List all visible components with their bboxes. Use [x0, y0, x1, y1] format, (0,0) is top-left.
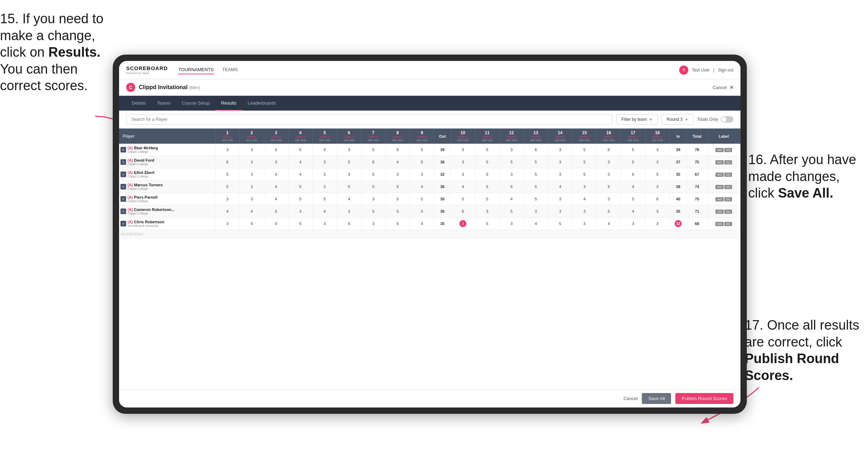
- score-cell[interactable]: 6: [451, 205, 475, 218]
- score-cell[interactable]: 3: [240, 181, 264, 193]
- score-cell[interactable]: 5: [288, 218, 312, 230]
- score-cell[interactable]: 5: [645, 168, 670, 181]
- score-cell[interactable]: 5: [597, 181, 621, 193]
- score-cell[interactable]: 5: [288, 144, 312, 156]
- score-cell[interactable]: 5: [288, 181, 312, 193]
- score-cell[interactable]: 4: [288, 168, 312, 181]
- score-cell[interactable]: 3: [337, 205, 361, 218]
- score-cell[interactable]: 5: [385, 205, 410, 218]
- score-cell[interactable]: 3: [523, 205, 548, 218]
- score-cell[interactable]: 5: [572, 156, 597, 168]
- score-cell[interactable]: 3: [312, 181, 337, 193]
- score-cell[interactable]: 3: [475, 205, 499, 218]
- score-cell[interactable]: 3: [312, 168, 337, 181]
- score-cell[interactable]: 4: [264, 181, 288, 193]
- score-cell[interactable]: 3: [240, 156, 264, 168]
- score-cell[interactable]: 3: [499, 144, 523, 156]
- score-cell[interactable]: 5: [264, 205, 288, 218]
- score-cell[interactable]: 3: [385, 168, 410, 181]
- score-cell[interactable]: 4: [385, 156, 410, 168]
- score-cell[interactable]: 3: [645, 218, 670, 230]
- score-cell[interactable]: 5: [451, 193, 475, 205]
- score-cell[interactable]: 5: [337, 181, 361, 193]
- score-cell[interactable]: 6: [597, 144, 621, 156]
- score-cell[interactable]: 5: [410, 156, 434, 168]
- score-cell[interactable]: 5: [385, 193, 410, 205]
- score-cell[interactable]: 5: [361, 205, 385, 218]
- score-cell[interactable]: 5: [361, 144, 385, 156]
- score-cell[interactable]: 5: [215, 181, 240, 193]
- tab-leaderboards[interactable]: Leaderboards: [242, 96, 281, 111]
- score-cell[interactable]: 6: [385, 144, 410, 156]
- score-cell[interactable]: 3: [597, 156, 621, 168]
- tab-course-setup[interactable]: Course Setup: [176, 96, 216, 111]
- score-cell[interactable]: 4: [597, 218, 621, 230]
- score-cell[interactable]: 3: [240, 144, 264, 156]
- wd-button[interactable]: WD: [715, 185, 724, 189]
- score-cell[interactable]: 5: [597, 205, 621, 218]
- search-input[interactable]: [126, 114, 613, 125]
- score-cell[interactable]: 6: [215, 156, 240, 168]
- score-cell[interactable]: 5: [475, 156, 499, 168]
- wd-button[interactable]: WD: [715, 148, 724, 152]
- nav-teams[interactable]: TEAMS: [222, 66, 238, 74]
- score-cell[interactable]: 3: [215, 218, 240, 230]
- score-cell[interactable]: 5: [385, 181, 410, 193]
- score-cell[interactable]: 3: [240, 168, 264, 181]
- score-cell[interactable]: 5: [337, 156, 361, 168]
- score-cell[interactable]: 3: [621, 218, 645, 230]
- score-cell[interactable]: 3: [597, 168, 621, 181]
- score-cell[interactable]: 5: [475, 193, 499, 205]
- score-cell[interactable]: 5: [523, 193, 548, 205]
- score-cell[interactable]: 5: [499, 205, 523, 218]
- save-all-button[interactable]: Save All: [642, 393, 671, 404]
- score-cell[interactable]: 5: [410, 193, 434, 205]
- score-cell[interactable]: 5: [312, 193, 337, 205]
- score-cell[interactable]: 5: [410, 144, 434, 156]
- score-cell[interactable]: 5: [499, 181, 523, 193]
- score-cell[interactable]: 3: [548, 205, 572, 218]
- dq-button[interactable]: DQ: [724, 197, 732, 201]
- score-cell[interactable]: 6: [645, 193, 670, 205]
- score-cell[interactable]: 3: [548, 168, 572, 181]
- score-cell[interactable]: 3: [451, 218, 475, 230]
- score-cell[interactable]: 5: [361, 181, 385, 193]
- score-cell[interactable]: 5: [475, 218, 499, 230]
- dq-button[interactable]: DQ: [724, 222, 732, 226]
- score-cell[interactable]: 3: [312, 218, 337, 230]
- cancel-tournament-btn[interactable]: Cancel ✕: [713, 85, 733, 90]
- score-cell[interactable]: 5: [385, 218, 410, 230]
- score-cell[interactable]: 5: [361, 168, 385, 181]
- score-cell[interactable]: 5: [475, 144, 499, 156]
- score-cell[interactable]: 5: [572, 168, 597, 181]
- tab-details[interactable]: Details: [126, 96, 151, 111]
- round-dropdown[interactable]: Round 3 ▼: [661, 114, 693, 125]
- score-cell[interactable]: 5: [215, 168, 240, 181]
- cancel-action-button[interactable]: Cancel: [624, 396, 638, 401]
- score-cell[interactable]: 5: [523, 156, 548, 168]
- score-cell[interactable]: 3: [337, 168, 361, 181]
- score-cell[interactable]: 3: [312, 156, 337, 168]
- nav-tournaments[interactable]: TOURNAMENTS: [178, 66, 213, 74]
- score-cell[interactable]: 5: [621, 156, 645, 168]
- score-cell[interactable]: 5: [523, 168, 548, 181]
- score-cell[interactable]: 3: [451, 168, 475, 181]
- score-cell[interactable]: 3: [410, 168, 434, 181]
- tab-teams[interactable]: Teams: [151, 96, 176, 111]
- score-cell[interactable]: 3: [572, 205, 597, 218]
- wd-button[interactable]: WD: [715, 222, 724, 226]
- dq-button[interactable]: DQ: [724, 160, 732, 164]
- score-cell[interactable]: 3: [361, 218, 385, 230]
- score-cell[interactable]: 4: [264, 193, 288, 205]
- score-cell[interactable]: 5: [288, 193, 312, 205]
- score-cell[interactable]: 3: [361, 193, 385, 205]
- score-cell[interactable]: 6: [621, 168, 645, 181]
- score-cell[interactable]: 3: [288, 205, 312, 218]
- dq-button[interactable]: DQ: [724, 173, 732, 177]
- wd-button[interactable]: WD: [715, 173, 724, 177]
- score-cell[interactable]: 5: [621, 193, 645, 205]
- score-cell[interactable]: 4: [523, 218, 548, 230]
- score-cell[interactable]: 3: [645, 205, 670, 218]
- score-cell[interactable]: 4: [288, 156, 312, 168]
- score-cell[interactable]: 4: [264, 168, 288, 181]
